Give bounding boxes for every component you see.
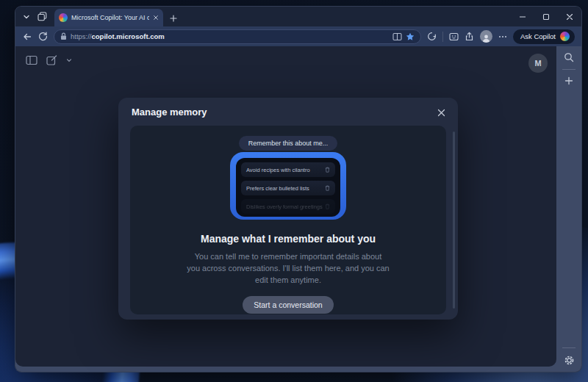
maximize-icon[interactable] [534,7,558,26]
favorite-star-icon[interactable] [406,32,415,41]
rail-divider [562,69,576,70]
copilot-logo-icon [560,32,570,41]
user-avatar[interactable]: M [528,54,548,73]
dialog-heading: Manage what I remember about you [201,233,376,245]
ask-copilot-label: Ask Copilot [520,32,556,40]
url-host: copilot.microsoft.com [92,32,165,40]
memory-text: Prefers clear bulleted lists [246,185,309,192]
tab-close-icon[interactable] [153,15,159,21]
new-tab-icon[interactable] [170,15,177,22]
content-frame: M Manage memory Remember this about me..… [15,46,581,372]
dialog-body: You can tell me to remember important de… [187,251,389,286]
manage-memory-dialog: Manage memory Remember this about me... … [118,98,458,320]
memory-row: Avoid recipes with cilantro [241,162,335,177]
url-text: https://copilot.microsoft.com [71,32,165,40]
new-chat-icon[interactable] [46,55,57,65]
lock-icon[interactable] [60,32,67,40]
back-icon[interactable] [22,32,32,42]
copilot-favicon [59,13,68,22]
browser-window: Microsoft Copilot: Your AI compan [15,6,582,372]
refresh-icon[interactable] [38,32,48,41]
memory-row: Prefers clear bulleted lists [241,181,335,195]
profile-avatar-icon[interactable] [480,30,492,43]
window-controls [511,7,581,26]
ask-copilot-button[interactable]: Ask Copilot [513,29,575,44]
desktop-wallpaper: Microsoft Copilot: Your AI compan [0,0,588,382]
add-icon[interactable] [564,76,573,85]
memory-card-list: Avoid recipes with cilantro Prefers clea… [236,158,340,217]
split-screen-icon[interactable] [392,32,402,41]
workspaces-icon[interactable] [37,12,47,21]
settings-gear-icon[interactable] [564,355,575,366]
address-bar[interactable]: https://copilot.microsoft.com [54,29,421,44]
toolbar-divider [442,32,443,42]
dialog-scrollbar[interactable] [453,131,455,309]
dialog-title: Manage memory [132,107,207,118]
memory-text: Avoid recipes with cilantro [246,167,310,173]
right-rail [556,46,581,372]
dialog-panel: Remember this about me... Avoid recipes … [130,126,446,314]
sidebar-toggle-icon[interactable] [26,55,37,65]
start-conversation-button[interactable]: Start a conversation [243,296,333,314]
browser-essentials-icon[interactable] [427,32,437,41]
share-icon[interactable] [465,32,474,41]
more-icon[interactable] [498,35,507,38]
trash-icon [325,203,330,209]
url-scheme: https:// [71,32,92,40]
dialog-body-line: edit them anytime. [187,274,389,286]
memory-row: Dislikes overly formal greetings [241,199,335,214]
dialog-body-line: you across conversations. I'll list them… [187,262,389,274]
dialog-body-line: You can tell me to remember important de… [187,251,389,262]
trash-icon [325,185,330,191]
tab-strip: Microsoft Copilot: Your AI compan [15,7,581,26]
close-icon[interactable] [558,7,581,26]
minimize-icon[interactable] [511,7,534,26]
browser-tab[interactable]: Microsoft Copilot: Your AI compan [54,9,163,26]
browser-toolbar: https://copilot.microsoft.com [15,26,581,46]
web-capture-icon[interactable] [449,32,459,41]
chevron-down-icon[interactable] [66,57,72,63]
tab-list-chevron-icon[interactable] [23,13,30,21]
trash-icon [325,167,330,173]
tab-title: Microsoft Copilot: Your AI compan [71,14,149,21]
rail-divider [562,347,576,348]
prompt-pill: Remember this about me... [239,136,338,151]
memory-illustration: Avoid recipes with cilantro Prefers clea… [230,152,346,220]
dialog-close-icon[interactable] [435,107,447,118]
memory-text: Dislikes overly formal greetings [246,203,323,210]
copilot-page: M Manage memory Remember this about me..… [15,46,556,367]
search-icon[interactable] [564,52,574,62]
